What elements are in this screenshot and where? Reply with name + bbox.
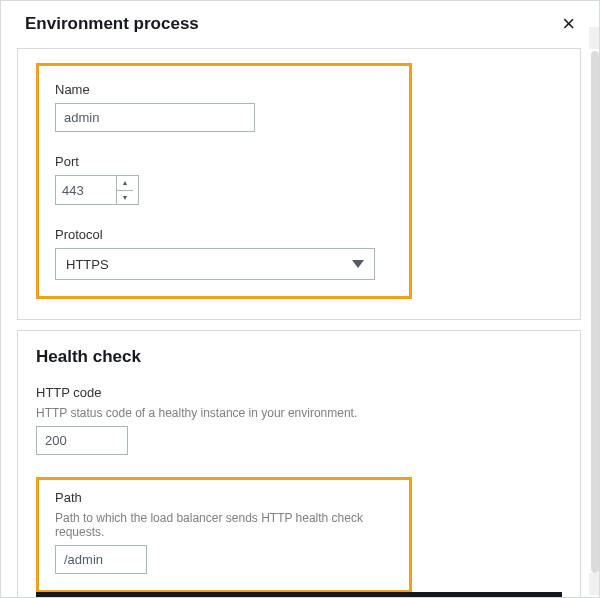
- scroll-track-bottom: [589, 573, 599, 595]
- field-path: Path Path to which the load balancer sen…: [55, 490, 393, 574]
- process-section: Name Port ▲ ▼ Protocol: [17, 48, 581, 320]
- scrollbar[interactable]: [591, 51, 599, 573]
- spinner: ▲ ▼: [116, 176, 133, 204]
- port-step-down[interactable]: ▼: [117, 191, 133, 205]
- port-input[interactable]: ▲ ▼: [55, 175, 139, 205]
- path-hint: Path to which the load balancer sends HT…: [55, 511, 393, 539]
- healthcheck-section: Health check HTTP code HTTP status code …: [17, 330, 581, 598]
- name-input[interactable]: [55, 103, 255, 132]
- scroll-track-top: [589, 27, 599, 49]
- http-code-input[interactable]: [36, 426, 128, 455]
- http-code-label: HTTP code: [36, 385, 562, 400]
- modal-header: Environment process ×: [1, 1, 599, 48]
- protocol-label: Protocol: [55, 227, 393, 242]
- section-cutoff: [36, 592, 562, 597]
- name-label: Name: [55, 82, 393, 97]
- close-icon[interactable]: ×: [558, 13, 579, 35]
- field-http-code: HTTP code HTTP status code of a healthy …: [36, 385, 562, 455]
- port-label: Port: [55, 154, 393, 169]
- highlight-path: Path Path to which the load balancer sen…: [36, 477, 412, 593]
- modal-body: Name Port ▲ ▼ Protocol: [1, 48, 599, 598]
- protocol-select[interactable]: HTTPS: [55, 248, 375, 280]
- field-protocol: Protocol HTTPS: [55, 227, 393, 280]
- http-code-hint: HTTP status code of a healthy instance i…: [36, 406, 562, 420]
- field-port: Port ▲ ▼: [55, 154, 393, 205]
- modal-title: Environment process: [25, 14, 199, 34]
- healthcheck-heading: Health check: [36, 347, 562, 367]
- port-value[interactable]: [56, 177, 116, 204]
- chevron-down-icon: [352, 260, 364, 268]
- path-input[interactable]: [55, 545, 147, 574]
- port-step-up[interactable]: ▲: [117, 176, 133, 191]
- highlight-process: Name Port ▲ ▼ Protocol: [36, 63, 412, 299]
- field-name: Name: [55, 82, 393, 132]
- protocol-value: HTTPS: [66, 257, 109, 272]
- modal-frame: Environment process × Name Port ▲ ▼: [0, 0, 600, 598]
- path-label: Path: [55, 490, 393, 505]
